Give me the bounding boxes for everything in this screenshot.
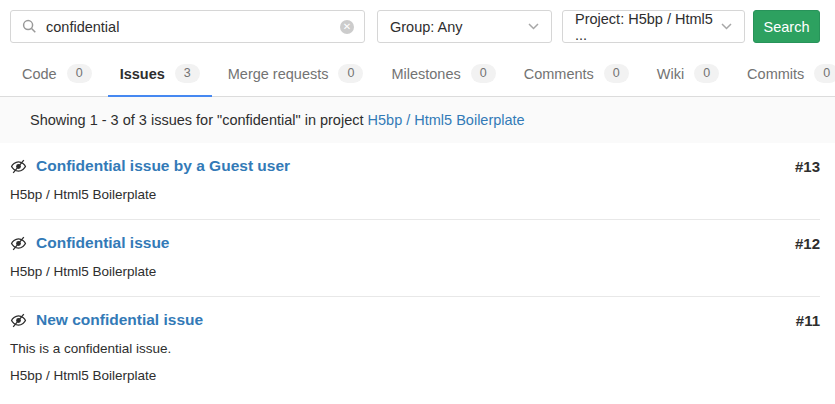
search-input[interactable] — [44, 18, 332, 36]
tab-label: Wiki — [657, 66, 684, 82]
tab-issues[interactable]: Issues 3 — [108, 55, 212, 97]
eye-slash-icon — [10, 158, 27, 175]
tab-merge-requests[interactable]: Merge requests 0 — [216, 55, 376, 97]
search-input-wrapper: ✕ — [10, 10, 365, 43]
tab-wiki[interactable]: Wiki 0 — [645, 55, 731, 97]
results-summary-text: Showing 1 - 3 of 3 issues for "confident… — [30, 112, 364, 128]
result-header: Confidential issue #12 — [10, 234, 820, 252]
eye-slash-icon — [10, 312, 27, 329]
tab-count-badge: 0 — [471, 64, 496, 83]
tab-count-badge: 3 — [175, 64, 200, 83]
issue-title-link[interactable]: New confidential issue — [36, 311, 203, 329]
issue-result-row: Confidential issue by a Guest user #13 H… — [10, 143, 820, 220]
result-title-wrap: Confidential issue by a Guest user — [10, 157, 290, 175]
search-bar: ✕ Group: Any Project: H5bp / Html5 ... S… — [0, 0, 835, 43]
issue-project-name: H5bp / Html5 Boilerplate — [10, 187, 820, 202]
tab-code[interactable]: Code 0 — [10, 55, 104, 97]
project-filter-label: Project: H5bp / Html5 ... — [575, 11, 713, 43]
chevron-down-icon — [721, 23, 732, 30]
tab-commits[interactable]: Commits 0 — [735, 55, 835, 97]
tab-count-badge: 0 — [694, 64, 719, 83]
tab-label: Commits — [747, 66, 804, 82]
issue-number: #11 — [796, 312, 820, 329]
issue-title-link[interactable]: Confidential issue — [36, 234, 170, 252]
results-summary: Showing 1 - 3 of 3 issues for "confident… — [0, 97, 835, 143]
issue-project-name: H5bp / Html5 Boilerplate — [10, 264, 820, 279]
issue-result-row: New confidential issue #11 This is a con… — [10, 297, 820, 400]
issue-number: #13 — [795, 158, 820, 175]
group-filter-dropdown[interactable]: Group: Any — [377, 10, 552, 43]
result-title-wrap: New confidential issue — [10, 311, 203, 329]
tab-count-badge: 0 — [338, 64, 363, 83]
group-filter-label: Group: Any — [390, 19, 463, 35]
clear-search-icon[interactable]: ✕ — [340, 20, 354, 34]
tab-milestones[interactable]: Milestones 0 — [379, 55, 507, 97]
project-filter-dropdown[interactable]: Project: H5bp / Html5 ... — [562, 10, 745, 43]
search-scope-tabs: Code 0 Issues 3 Merge requests 0 Milesto… — [0, 55, 835, 97]
tab-label: Comments — [524, 66, 594, 82]
tab-count-badge: 0 — [604, 64, 629, 83]
issue-title-link[interactable]: Confidential issue by a Guest user — [36, 157, 290, 175]
search-results-list: Confidential issue by a Guest user #13 H… — [0, 143, 835, 400]
tab-label: Issues — [120, 66, 165, 82]
issue-number: #12 — [795, 235, 820, 252]
chevron-down-icon — [528, 23, 539, 30]
result-title-wrap: Confidential issue — [10, 234, 170, 252]
result-header: New confidential issue #11 — [10, 311, 820, 329]
tab-count-badge: 0 — [814, 64, 835, 83]
tab-label: Milestones — [391, 66, 460, 82]
tab-label: Merge requests — [228, 66, 329, 82]
search-button[interactable]: Search — [753, 10, 820, 43]
eye-slash-icon — [10, 235, 27, 252]
issue-result-row: Confidential issue #12 H5bp / Html5 Boil… — [10, 220, 820, 297]
summary-project-link[interactable]: H5bp / Html5 Boilerplate — [368, 112, 525, 128]
result-header: Confidential issue by a Guest user #13 — [10, 157, 820, 175]
issue-project-name: H5bp / Html5 Boilerplate — [10, 368, 820, 383]
tab-count-badge: 0 — [67, 64, 92, 83]
search-icon — [22, 19, 37, 34]
issue-description: This is a confidential issue. — [10, 341, 820, 356]
tab-label: Code — [22, 66, 57, 82]
tab-comments[interactable]: Comments 0 — [512, 55, 641, 97]
